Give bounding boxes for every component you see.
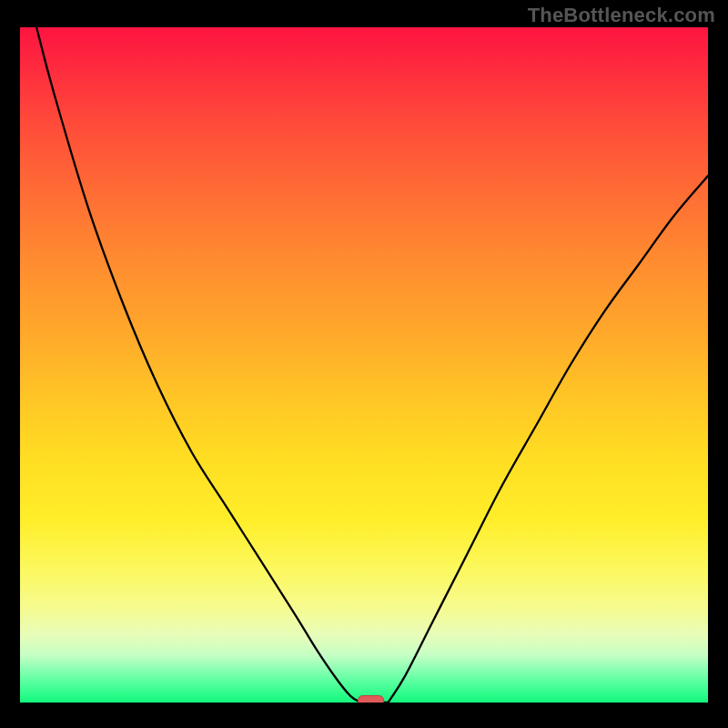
plot-svg bbox=[20, 27, 708, 703]
curve-right-path bbox=[388, 176, 708, 703]
chart-frame: TheBottleneck.com bbox=[0, 0, 728, 728]
watermark-text: TheBottleneck.com bbox=[528, 4, 715, 27]
bottleneck-marker bbox=[359, 696, 384, 703]
bottleneck-curve bbox=[36, 27, 708, 703]
curve-left-path bbox=[36, 27, 360, 703]
plot-area bbox=[20, 27, 708, 703]
